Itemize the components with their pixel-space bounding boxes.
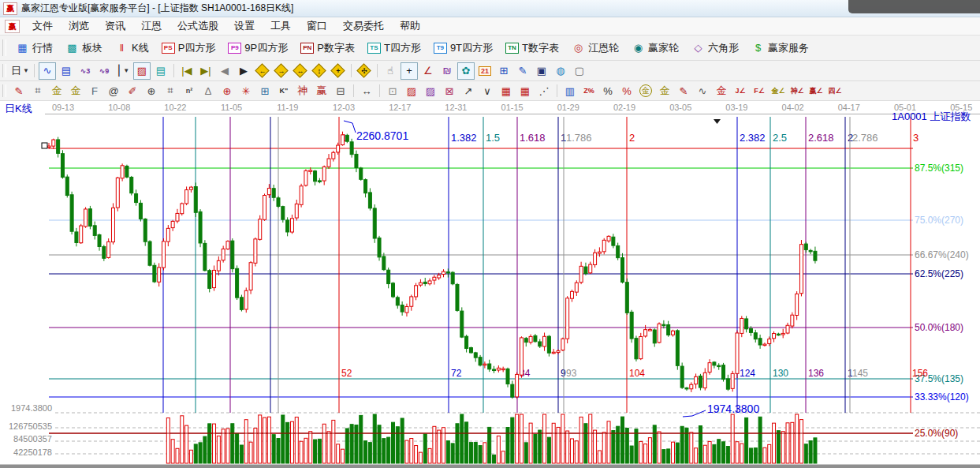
- wave9-icon[interactable]: ∿9: [95, 62, 113, 80]
- crosshair-icon[interactable]: +: [401, 62, 418, 80]
- k-quote-icon[interactable]: K": [275, 82, 293, 99]
- fan-box-icon[interactable]: ▨: [422, 82, 439, 99]
- menu-item-0[interactable]: 文件: [24, 17, 61, 35]
- wave-channel-icon[interactable]: ∿: [694, 82, 711, 99]
- gann-shape-icon[interactable]: ₪: [438, 62, 456, 80]
- sectors-button[interactable]: ▩板块: [59, 39, 109, 58]
- web-box-icon[interactable]: ⊞: [256, 82, 274, 99]
- grid-bars-icon[interactable]: ⌗: [29, 82, 47, 99]
- zoom-h-diamond-icon[interactable]: ↔: [292, 62, 309, 80]
- red-web-icon[interactable]: ✳: [237, 82, 255, 99]
- title-bar[interactable]: 赢 赢家江恩专业版[赢家服务平台] - [上证指数 SH1A0001-168日K…: [0, 0, 980, 17]
- gold-angle-icon[interactable]: 金∠: [769, 82, 787, 99]
- p-square-button[interactable]: PSP四方形: [155, 39, 222, 58]
- zigzag-overlay-icon[interactable]: ∿: [39, 62, 56, 80]
- trend-lines-icon[interactable]: ↗: [460, 82, 477, 99]
- toolbar-grip[interactable]: [2, 84, 6, 98]
- goto-start-icon[interactable]: |◀: [178, 62, 196, 80]
- hexagon-button[interactable]: ◇六角形: [685, 39, 745, 58]
- info-panel-icon[interactable]: ▤: [58, 62, 75, 80]
- zoom-right-diamond-icon[interactable]: →: [273, 62, 290, 80]
- mirror-angle-icon[interactable]: ∆: [199, 82, 217, 99]
- menu-item-9[interactable]: 帮助: [392, 17, 428, 35]
- shen-grid-icon[interactable]: 神: [294, 82, 311, 99]
- compress-diamond-icon[interactable]: ↨: [311, 62, 328, 80]
- gold-grid-large-icon[interactable]: 金: [67, 82, 84, 99]
- gold-circle-icon[interactable]: 金: [637, 82, 654, 99]
- wave-v-icon[interactable]: ∨: [479, 82, 496, 99]
- f-angle-icon[interactable]: F∠: [751, 82, 768, 99]
- win-grid-icon[interactable]: 赢: [313, 82, 330, 99]
- ruler-123-icon[interactable]: ⊟: [332, 82, 349, 99]
- 9t-square-button[interactable]: T99T四方形: [427, 39, 499, 58]
- goto-end-icon[interactable]: ▶|: [197, 62, 214, 80]
- menu-item-5[interactable]: 设置: [226, 17, 263, 35]
- notes-icon[interactable]: ✎: [514, 62, 531, 80]
- smart-select-icon[interactable]: ✿: [457, 62, 475, 80]
- gold-grid-small-icon[interactable]: 金: [48, 82, 65, 99]
- t-table-button[interactable]: TNT数字表: [499, 39, 565, 58]
- toolbar-grip[interactable]: [2, 39, 6, 57]
- toolbar-grip[interactable]: [2, 64, 6, 78]
- circle-grid-icon[interactable]: ⊕: [143, 82, 160, 99]
- 9p-square-button[interactable]: P99P四方形: [222, 39, 294, 58]
- winner-wheel-button[interactable]: ◉赢家轮: [625, 39, 685, 58]
- f-grid-icon[interactable]: F: [86, 82, 103, 99]
- service-button[interactable]: $赢家服务: [745, 39, 815, 58]
- brush-pin-icon[interactable]: ✎: [675, 82, 692, 99]
- win-angle-icon[interactable]: 赢∠: [807, 82, 825, 99]
- menu-item-4[interactable]: 公式选股: [170, 17, 226, 35]
- web-data-icon[interactable]: ◍: [552, 62, 569, 80]
- percent-zone-icon[interactable]: Z%: [580, 82, 598, 99]
- quotes-button[interactable]: ▦行情: [9, 39, 59, 58]
- volume-profile-icon[interactable]: ▤: [152, 62, 170, 80]
- angle-measure-icon[interactable]: ∠: [419, 62, 437, 80]
- move-diamond-icon[interactable]: ✣: [356, 62, 373, 80]
- menu-item-7[interactable]: 窗口: [299, 17, 335, 35]
- window-controls-overlay[interactable]: [848, 0, 980, 13]
- page-right-icon[interactable]: ▶: [235, 62, 252, 80]
- h-measure-icon[interactable]: ↔: [358, 82, 375, 99]
- menu-item-3[interactable]: 江恩: [133, 17, 170, 35]
- parallel-lines-icon[interactable]: ⋰: [535, 82, 553, 99]
- menu-item-8[interactable]: 交易委托: [335, 17, 392, 35]
- menu-item-2[interactable]: 资讯: [97, 17, 133, 35]
- percent-line-icon[interactable]: %: [618, 82, 635, 99]
- spiral-icon[interactable]: @: [105, 82, 122, 99]
- gold-lines-icon[interactable]: 金: [656, 82, 673, 99]
- box-diagonal-icon[interactable]: ⊠: [441, 82, 458, 99]
- calculator-icon[interactable]: ⊞: [495, 62, 512, 80]
- menu-item-6[interactable]: 工具: [263, 17, 299, 35]
- fan-lines-icon[interactable]: ▨: [403, 82, 420, 99]
- pattern-box-icon[interactable]: ▨: [133, 62, 151, 80]
- chart-area[interactable]: 87.5%(315)75.0%(270)66.67%(240)62.5%(225…: [0, 101, 980, 468]
- j-angle-icon[interactable]: J∠: [732, 82, 749, 99]
- si-angle-icon[interactable]: 四∠: [826, 82, 844, 99]
- workstation-icon[interactable]: ▢: [571, 62, 588, 80]
- red-grid-icon[interactable]: ▦: [497, 82, 515, 99]
- expand-diamond-icon[interactable]: +: [330, 62, 347, 80]
- period-day-dropdown[interactable]: 日▼: [10, 62, 30, 80]
- kline-chart[interactable]: 87.5%(315)75.0%(270)66.67%(240)62.5%(225…: [0, 101, 980, 468]
- t-square-button[interactable]: TST四方形: [361, 39, 427, 58]
- n2-grid-icon[interactable]: n²: [181, 82, 198, 99]
- scale-bars-icon[interactable]: ▥: [561, 82, 579, 99]
- zoom-left-diamond-icon[interactable]: ←: [254, 62, 271, 80]
- kline-button[interactable]: ‖K线: [109, 39, 155, 58]
- page-left-icon[interactable]: ◀: [216, 62, 233, 80]
- gold-underline-icon[interactable]: 金: [713, 82, 730, 99]
- candle-style-dropdown[interactable]: ⎮▼: [114, 62, 132, 80]
- calendar-icon[interactable]: 21: [476, 62, 494, 80]
- p-table-button[interactable]: PNP数字表: [294, 39, 361, 58]
- red-grid-arrow-icon[interactable]: ▦: [516, 82, 534, 99]
- target-circle-icon[interactable]: ⊕: [218, 82, 236, 99]
- pencil-ruler-icon[interactable]: ✐: [124, 82, 141, 99]
- percent-icon[interactable]: %: [599, 82, 617, 99]
- pan-hand-icon[interactable]: ☝: [382, 62, 399, 80]
- hash-lines-icon[interactable]: ⌗: [162, 82, 179, 99]
- gann-wheel-button[interactable]: ◎江恩轮: [565, 39, 625, 58]
- save-icon[interactable]: ▣: [533, 62, 550, 80]
- shen-angle-icon[interactable]: 神∠: [788, 82, 806, 99]
- menu-item-1[interactable]: 浏览: [61, 17, 97, 35]
- pen-knife-icon[interactable]: ✎: [10, 82, 28, 99]
